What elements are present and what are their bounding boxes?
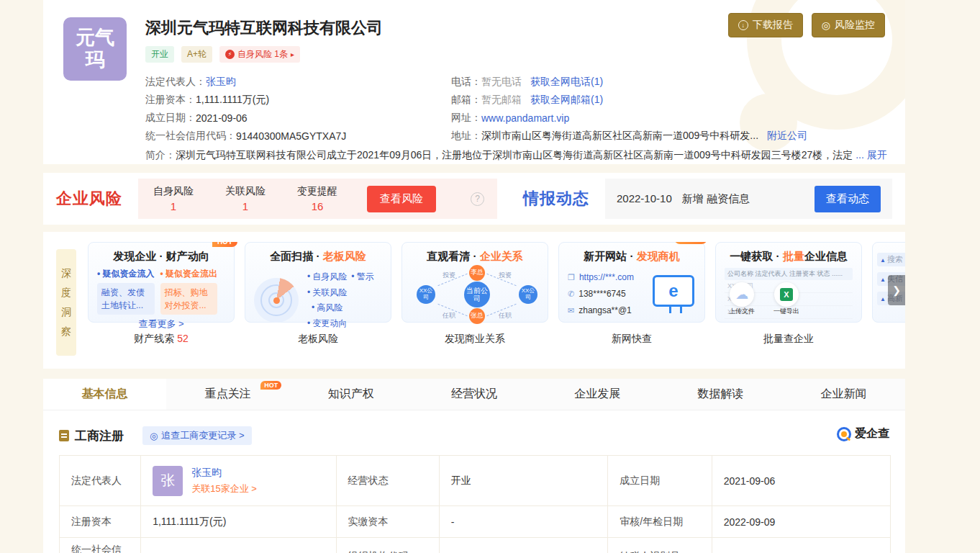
phone-icon: ✆ — [568, 289, 574, 298]
tab-key-focus[interactable]: 重点关注 HOT — [166, 379, 289, 410]
funds-outflow-col: 疑似资金流出 招标、购地 对外投资... — [160, 268, 218, 315]
hot-badge: HOT — [260, 381, 281, 390]
business-registration-section: 工商注册 ◎ 追查工商变更记录 > 爱企查 法定代表人 张 — [43, 410, 905, 553]
nearby-companies-link[interactable]: 附近公司 — [767, 130, 807, 143]
deep-insight-strip: 深 度 洞 察 HOT 发现企业 · 财产动向 疑似资金流入 融资、发债 土地转 — [43, 232, 905, 369]
aiqicha-logo-icon — [837, 427, 851, 441]
get-phone-link[interactable]: 获取全网电话(1) — [530, 76, 603, 89]
table-row: 法定代表人 张 张玉昀 关联15家企业 > 经营状态 开业 成立日期 2021-… — [60, 456, 891, 506]
browser-monitor-icon: e — [653, 275, 694, 307]
risk-bolt-icon: ⚡ — [225, 50, 235, 59]
caption-boss-risk[interactable]: 老板风险 — [245, 333, 391, 346]
related-companies-link[interactable]: 关联15家企业 > — [191, 482, 257, 495]
funding-round-badge: A+轮 — [181, 46, 212, 63]
browser-icon: ❐ — [568, 273, 575, 282]
aiqicha-brand: 爱企查 — [837, 426, 889, 441]
trace-changes-link[interactable]: ◎ 追查工商变更记录 > — [142, 426, 252, 445]
help-icon[interactable]: ? — [471, 192, 484, 206]
view-risk-button[interactable]: 查看风险 — [367, 186, 436, 212]
tag-row: 开业 A+轮 ⚡ 自身风险 1条 ▸ — [145, 46, 894, 63]
field-registered-capital: 注册资本： 1,111.1111万(元) — [145, 91, 451, 109]
table-row: 注册资本 1,111.1111万(元) 实缴资本 - 审核/年检日期 2022-… — [60, 506, 891, 538]
website-link[interactable]: www.pandamart.vip — [481, 112, 569, 124]
card-boss-risk[interactable]: 全面扫描 · 老板风险 自身风险警示 关联风险高风险 变更动向 — [245, 242, 391, 323]
export-excel-action: X 一键导出 — [773, 282, 799, 316]
mail-icon: ✉ — [568, 306, 574, 315]
tab-company-development[interactable]: 企业发展 — [536, 379, 659, 410]
status-badge: 开业 — [145, 46, 174, 63]
deep-insight-vertical-tab[interactable]: 深 度 洞 察 — [56, 249, 76, 356]
caption-new-web-check[interactable]: 新网快查 — [558, 333, 705, 346]
registration-table: 法定代表人 张 张玉昀 关联15家企业 > 经营状态 开业 成立日期 2021-… — [59, 455, 891, 553]
field-legal-rep: 法定代表人： 张玉昀 — [145, 73, 451, 91]
intel-box: 2022-10-10新增 融资信息 查看动态 — [605, 179, 892, 219]
card-new-websites[interactable]: NEW 新开网站 · 发现商机 ❐https://***.com ✆138***… — [558, 242, 705, 323]
section-title: 工商注册 — [75, 428, 124, 444]
radar-icon — [254, 278, 299, 323]
cloud-upload-icon: ☁↑ — [735, 287, 748, 302]
boss-risk-bullets: 自身风险警示 关联风险高风险 变更动向 — [307, 269, 382, 331]
view-intel-button[interactable]: 查看动态 — [815, 186, 881, 212]
risk-monitor-button[interactable]: ◎ 风险监控 — [812, 13, 885, 37]
intel-entry: 2022-10-10新增 融资信息 — [617, 192, 750, 206]
details-right-column: 电话： 暂无电话 获取全网电话(1) 邮箱： 暂无邮箱 获取全网邮箱(1) 网址… — [451, 73, 894, 145]
see-more-link[interactable]: 查看更多 > — [97, 318, 225, 331]
download-report-button[interactable]: ↓ 下载报告 — [728, 13, 803, 37]
tab-intellectual-property[interactable]: 知识产权 — [289, 379, 412, 410]
intel-title: 情报动态 — [523, 188, 589, 210]
field-website: 网址： www.pandamart.vip — [451, 109, 894, 127]
stat-related-risk[interactable]: 关联风险 1 — [223, 185, 268, 212]
field-phone: 电话： 暂无电话 获取全网电话(1) — [451, 73, 894, 91]
company-intro: 简介： 深圳元气玛特互联网科技有限公司成立于2021年09月06日，注册地位于深… — [145, 149, 894, 162]
tab-operating-status[interactable]: 经营状况 — [412, 379, 535, 410]
insight-cards-area: HOT 发现企业 · 财产动向 疑似资金流入 融资、发债 土地转让... 疑似资… — [88, 242, 905, 369]
funds-inflow-col: 疑似资金流入 融资、发债 土地转让... — [97, 268, 155, 315]
scroll-right-button[interactable]: ❯ — [888, 275, 905, 305]
excel-icon: X — [780, 288, 793, 301]
card-batch-info[interactable]: 一键获取 · 批量企业信息 公司名称 法定代表人 注册资本 状态 ...... … — [715, 242, 862, 323]
enterprise-risk-title: 企业风险 — [56, 188, 122, 210]
field-email: 邮箱： 暂无邮箱 获取全网邮箱(1) — [451, 91, 894, 109]
stat-change-alerts[interactable]: 变更提醒 16 — [295, 185, 340, 212]
field-credit-code: 统一社会信用代码： 91440300MA5GYTXA7J — [145, 127, 451, 145]
risk-stats-box: 自身风险 1 关联风险 1 变更提醒 16 查看风险 ? — [138, 179, 497, 219]
legal-rep-avatar: 张 — [153, 466, 183, 496]
upload-file-action: ☁↑ 上传文件 — [729, 282, 755, 316]
card-business-relations[interactable]: 直观看清 · 企业关系 投资 投资 任职 任职 XX公司 李总 当前公司 张总 … — [401, 242, 548, 323]
legal-rep-link[interactable]: 张玉昀 — [206, 76, 236, 89]
new-badge: NEW — [674, 242, 707, 244]
company-logo: 元气 玛 — [63, 17, 127, 81]
caption-property-clues[interactable]: 财产线索 52 — [88, 333, 235, 346]
company-header-card: ↓ 下载报告 ◎ 风险监控 元气 玛 深圳元气玛特互联网科技有限公司 开业 A+… — [43, 0, 905, 164]
crosshair-icon: ◎ — [150, 431, 158, 441]
chevron-right-icon: ❯ — [892, 284, 901, 296]
download-icon: ↓ — [738, 20, 748, 30]
risk-intel-strip: 企业风险 自身风险 1 关联风险 1 变更提醒 16 查看风险 ? 情报动态 2… — [43, 173, 905, 225]
field-address: 地址： 深圳市南山区粤海街道高新区社区高新南一道009号中科研发... 附近公司 — [451, 127, 894, 145]
tab-data-insights[interactable]: 数据解读 — [659, 379, 782, 410]
get-email-link[interactable]: 获取全网邮箱(1) — [530, 94, 603, 107]
ellipsis: ... — [856, 149, 864, 162]
arrow-right-icon: ▸ — [291, 50, 294, 58]
legal-rep-link[interactable]: 张玉昀 — [191, 467, 257, 480]
tab-basic-info[interactable]: 基本信息 — [43, 379, 166, 410]
tab-company-news[interactable]: 企业新闻 — [782, 379, 905, 410]
expand-intro-link[interactable]: 展开 — [867, 149, 887, 162]
field-founded-date: 成立日期： 2021-09-06 — [145, 109, 451, 127]
card-captions: 财产线索 52 老板风险 发现商业关系 新网快查 批量查企业 — [88, 333, 905, 346]
document-icon — [59, 430, 69, 441]
page-content: ↓ 下载报告 ◎ 风险监控 元气 玛 深圳元气玛特互联网科技有限公司 开业 A+… — [43, 0, 905, 553]
caption-batch-query[interactable]: 批量查企业 — [715, 333, 862, 346]
monitor-icon: ◎ — [822, 19, 830, 31]
relation-graph: 投资 投资 任职 任职 XX公司 李总 当前公司 张总 XX公司 — [411, 266, 539, 323]
self-risk-badge[interactable]: ⚡ 自身风险 1条 ▸ — [219, 46, 300, 63]
caption-business-relations[interactable]: 发现商业关系 — [401, 333, 548, 346]
hot-badge: HOT — [212, 242, 237, 247]
section-tabs: 基本信息 重点关注 HOT 知识产权 经营状况 企业发展 数据解读 企业新闻 — [43, 379, 905, 410]
details-left-column: 法定代表人： 张玉昀 注册资本： 1,111.1111万(元) 成立日期： 20… — [145, 73, 451, 145]
card-property-trends[interactable]: HOT 发现企业 · 财产动向 疑似资金流入 融资、发债 土地转让... 疑似资… — [88, 242, 235, 323]
table-row: 统一社会信用代码 91440300MA5GYTXA7J 组织机构代码 MA5GY… — [60, 538, 891, 553]
stat-self-risk[interactable]: 自身风险 1 — [151, 185, 196, 212]
